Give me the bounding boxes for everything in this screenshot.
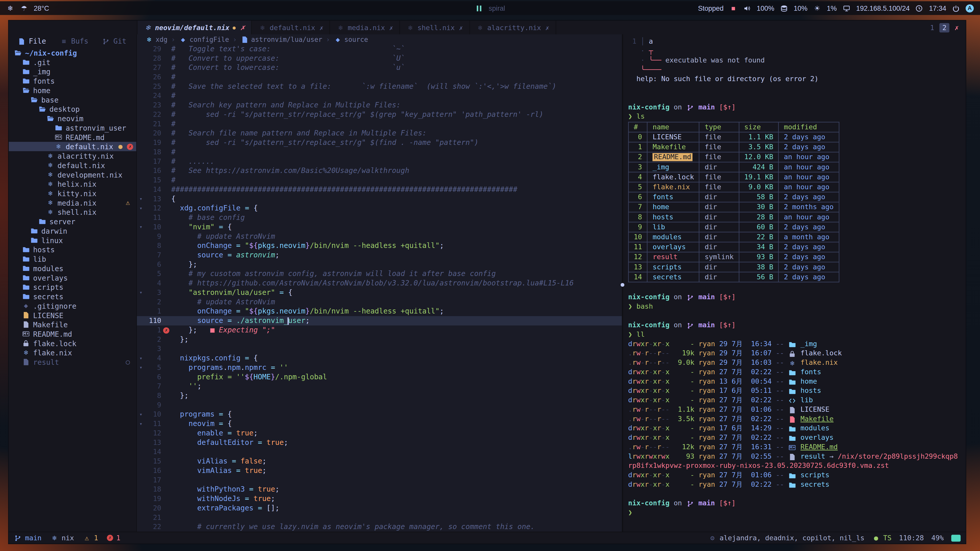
- code-line[interactable]: 26#: [137, 73, 622, 82]
- tree-item[interactable]: darwin: [9, 226, 136, 236]
- tree-item[interactable]: modules: [9, 264, 136, 273]
- topbar-module-speaker[interactable]: [743, 4, 751, 12]
- code-line[interactable]: 4 # https://github.com/AstroNvim/AstroNv…: [137, 279, 622, 288]
- code-line[interactable]: 19 withNodeJs = true;: [137, 494, 622, 503]
- fold-arrow[interactable]: ▾: [137, 363, 145, 372]
- topbar-module-umbrella[interactable]: ☂: [20, 4, 28, 12]
- code-line[interactable]: 110 source = ./astronvim_user;: [137, 316, 622, 326]
- tree-item[interactable]: astronvim_user: [9, 123, 136, 132]
- tree-item[interactable]: neovim: [9, 114, 136, 123]
- code-line[interactable]: 20 extraPackages = [];: [137, 503, 622, 513]
- topbar-label[interactable]: 100%: [757, 4, 774, 12]
- statusline-git-branch[interactable]: main: [14, 534, 41, 542]
- code-line[interactable]: 17: [137, 475, 622, 485]
- editor[interactable]: ❄xdg›◆configFile›astronvim/lua/user›◆sou…: [137, 35, 622, 532]
- code-line[interactable]: 27# Convert to lowercase: `u`: [137, 63, 622, 73]
- code-line[interactable]: 9 # update AstroNvim: [137, 232, 622, 241]
- code-line[interactable]: ▾10 programs = {: [137, 410, 622, 419]
- tree-item[interactable]: ~/nix-config: [9, 48, 136, 58]
- code-line[interactable]: 22 # currently we use lazy.nvim as neovi…: [137, 522, 622, 532]
- code-line[interactable]: 16 vimAlias = true;: [137, 466, 622, 475]
- code-line[interactable]: 20# Search file name pattern and Replace…: [137, 129, 622, 138]
- code-line[interactable]: ▾5 programs.npm.npmrc = '': [137, 363, 622, 372]
- topbar-module-network[interactable]: [842, 4, 851, 12]
- tree-item[interactable]: result○: [9, 357, 136, 367]
- topbar-label[interactable]: 10%: [794, 4, 808, 12]
- buffer-tab[interactable]: ❄media.nix✗: [330, 21, 400, 35]
- topbar-label[interactable]: Stopped: [698, 4, 724, 12]
- tree-item[interactable]: Makefile: [9, 320, 136, 329]
- code-line[interactable]: ▾13{: [137, 194, 622, 204]
- code-line[interactable]: 23# Search key pattern and Replace in Mu…: [137, 100, 622, 110]
- tree-item[interactable]: .git: [9, 57, 136, 67]
- code-line[interactable]: 14: [137, 447, 622, 457]
- buffer-tab[interactable]: ❄alacritty.nix✗: [470, 21, 556, 35]
- topbar-label[interactable]: 28°C: [34, 4, 49, 12]
- explorer-tab-git[interactable]: Git: [102, 37, 126, 45]
- code-line[interactable]: 24#: [137, 91, 622, 101]
- tree-item[interactable]: _img: [9, 67, 136, 76]
- code-line[interactable]: 17# ......: [137, 157, 622, 166]
- tree-item[interactable]: ❄default.nix●✗: [9, 142, 136, 151]
- tree-item[interactable]: LICENSE: [9, 310, 136, 320]
- code-line[interactable]: 7 source = astronvim;: [137, 251, 622, 260]
- code-line[interactable]: ▾12 xdg.configFile = {: [137, 203, 622, 213]
- code-line[interactable]: 22# sed -ri "s/pattern_str/replace_str/g…: [137, 110, 622, 119]
- code-line[interactable]: 25# Save the selected text to a file: `:…: [137, 82, 622, 91]
- code-line[interactable]: 14######################################…: [137, 185, 622, 194]
- file-explorer[interactable]: File≡BufsGit ~/nix-config.git_imgfontsho…: [9, 35, 137, 532]
- code-line[interactable]: ▾3 "astronvim/lua/user" = {: [137, 288, 622, 297]
- topbar-module-nixos-logo[interactable]: ❄: [6, 4, 14, 12]
- tree-item[interactable]: home: [9, 86, 136, 95]
- code-line[interactable]: 19# sed -ri "s/pattern_str/replace_str/g…: [137, 138, 622, 148]
- tree-item[interactable]: ❄default.nix: [9, 160, 136, 170]
- topbar-label[interactable]: 192.168.5.100/24: [856, 4, 910, 12]
- fold-arrow[interactable]: ▾: [137, 288, 145, 297]
- explorer-tab-bufs[interactable]: ≡Bufs: [60, 37, 88, 45]
- fold-arrow[interactable]: ▾: [137, 222, 145, 232]
- tree-item[interactable]: hosts: [9, 245, 136, 254]
- tree-item[interactable]: ❄flake.nix: [9, 348, 136, 357]
- code-line[interactable]: 29# Toggle text's case: `~`: [137, 44, 622, 54]
- topbar-module-power[interactable]: [952, 4, 960, 12]
- close-icon[interactable]: ✗: [459, 24, 463, 31]
- close-icon[interactable]: ✗: [320, 24, 323, 31]
- fold-arrow[interactable]: ▾: [137, 410, 145, 419]
- code-line[interactable]: 21: [137, 513, 622, 522]
- code-line[interactable]: 6 prefix = ''${HOME}/.npm-global: [137, 372, 622, 382]
- code-line[interactable]: 18#: [137, 148, 622, 157]
- code-line[interactable]: 21#: [137, 119, 622, 129]
- statusline-diagnostics-error[interactable]: ✗1: [107, 534, 121, 542]
- window-separator-handle[interactable]: [620, 283, 625, 287]
- tree-item[interactable]: ❄kitty.nix: [9, 189, 136, 198]
- code-line[interactable]: 2 };: [137, 335, 622, 345]
- tree-item[interactable]: lib: [9, 254, 136, 264]
- code-line[interactable]: 7 '';: [137, 382, 622, 391]
- tree-item[interactable]: flake.lock: [9, 338, 136, 348]
- close-icon[interactable]: ✗: [240, 24, 245, 31]
- tree-item[interactable]: overlays: [9, 273, 136, 283]
- close-icon[interactable]: ✗: [546, 24, 549, 31]
- tree-item[interactable]: secrets: [9, 292, 136, 301]
- code-line[interactable]: ▾11 neovim = {: [137, 419, 622, 429]
- code-line[interactable]: 16# See https://astronvim.com/Basic%20Us…: [137, 166, 622, 176]
- code-line[interactable]: 6 };: [137, 260, 622, 269]
- statusline-diagnostics-warning[interactable]: ⚠1: [83, 534, 98, 542]
- code-line[interactable]: 15 viAlias = false;: [137, 457, 622, 466]
- code-line[interactable]: 13 defaultEditor = true;: [137, 438, 622, 448]
- code-line[interactable]: ▾4 nixpkgs.config = {: [137, 354, 622, 363]
- tree-item[interactable]: README.md: [9, 329, 136, 339]
- code-line[interactable]: 1✗ }; ■ Expecting ";": [137, 326, 622, 335]
- tree-item[interactable]: ❄shell.nix: [9, 207, 136, 217]
- tree-item[interactable]: scripts: [9, 283, 136, 292]
- tree-item[interactable]: desktop: [9, 104, 136, 114]
- buffer-tab[interactable]: ❄neovim/default.nix●✗: [138, 21, 252, 35]
- tree-item[interactable]: server: [9, 217, 136, 226]
- fold-arrow[interactable]: ▾: [137, 194, 145, 204]
- tree-item[interactable]: README.md: [9, 132, 136, 142]
- close-icon[interactable]: ✗: [951, 24, 962, 32]
- code-line[interactable]: 8 };: [137, 391, 622, 400]
- code-line[interactable]: 11 # base config: [137, 213, 622, 222]
- tabpage-2[interactable]: 2: [939, 23, 950, 32]
- tree-item[interactable]: ❄helix.nix: [9, 179, 136, 189]
